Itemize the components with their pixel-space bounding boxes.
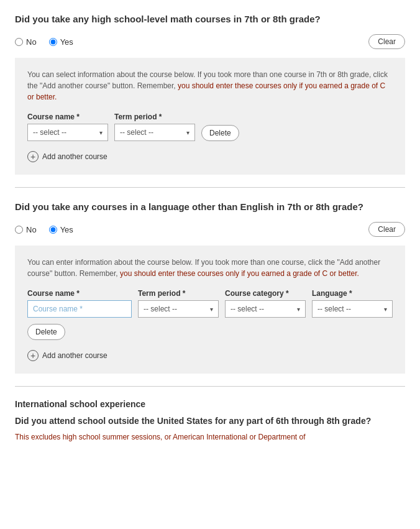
math-course-name-select-wrapper[interactable]: -- select -- ▾ (27, 124, 108, 141)
language-yes-label[interactable]: Yes (49, 225, 73, 234)
math-radio-clear-row: No Yes Clear (15, 34, 405, 49)
international-title: International school experience (15, 399, 405, 409)
language-language-chevron-icon: ▾ (384, 306, 387, 313)
section-math-courses: Did you take any high school-level math … (0, 0, 420, 187)
international-question: Did you attend school outside the United… (15, 415, 405, 428)
language-info-highlight: you should enter these courses only if y… (120, 269, 359, 278)
language-term-period-chevron-icon: ▾ (210, 306, 213, 313)
language-language-group: Language * -- select -- ▾ (312, 289, 393, 318)
language-radio-group: No Yes (15, 225, 73, 234)
language-course-category-label: Course category * (225, 289, 306, 298)
international-note: This excludes high school summer session… (15, 431, 405, 443)
language-yes-radio[interactable] (49, 226, 57, 234)
section-language-courses: Did you take any courses in a language o… (0, 188, 420, 386)
language-language-select[interactable]: -- select -- (317, 305, 381, 313)
math-yes-radio[interactable] (49, 38, 57, 46)
language-add-course-label: Add another course (42, 351, 107, 360)
language-info-text: You can enter information about the cour… (27, 257, 393, 279)
language-clear-button[interactable]: Clear (368, 222, 405, 237)
language-language-label: Language * (312, 289, 393, 298)
math-term-period-chevron-icon: ▾ (186, 129, 189, 136)
math-fields-row: Course name * -- select -- ▾ Term period… (27, 113, 393, 141)
math-question-title: Did you take any high school-level math … (15, 12, 405, 25)
math-course-name-group: Course name * -- select -- ▾ (27, 113, 108, 141)
language-add-course-plus-icon: + (27, 350, 39, 361)
math-add-course-label: Add another course (42, 152, 107, 161)
language-course-name-input[interactable] (27, 300, 132, 318)
language-course-name-label: Course name * (27, 289, 132, 298)
math-delete-button[interactable]: Delete (201, 125, 239, 141)
language-question-title: Did you take any courses in a language o… (15, 200, 405, 213)
math-info-text: You can select information about the cou… (27, 69, 393, 103)
language-course-category-group: Course category * -- select -- ▾ (225, 289, 306, 318)
math-add-course-plus-icon: + (27, 151, 39, 162)
math-info-box: You can select information about the cou… (15, 58, 405, 175)
language-fields-row: Course name * Term period * -- select --… (27, 289, 393, 340)
math-no-label[interactable]: No (15, 37, 37, 47)
math-clear-button[interactable]: Clear (368, 34, 405, 49)
language-course-category-select[interactable]: -- select -- (231, 305, 294, 313)
language-add-course-row: + Add another course (27, 350, 393, 361)
language-no-radio[interactable] (15, 226, 23, 234)
language-term-period-group: Term period * -- select -- ▾ (138, 289, 219, 318)
math-course-name-chevron-icon: ▾ (99, 129, 103, 136)
language-delete-button[interactable]: Delete (27, 324, 65, 340)
math-term-period-group: Term period * -- select -- ▾ (114, 113, 195, 141)
math-term-period-label: Term period * (114, 113, 195, 121)
math-radio-group: No Yes (15, 37, 73, 47)
math-term-period-select[interactable]: -- select -- (120, 128, 184, 137)
language-course-category-chevron-icon: ▾ (297, 306, 300, 313)
math-add-course-button[interactable]: + Add another course (27, 151, 107, 162)
math-term-period-select-wrapper[interactable]: -- select -- ▾ (114, 124, 195, 141)
math-course-name-label: Course name * (27, 113, 108, 121)
language-no-label[interactable]: No (15, 225, 37, 234)
language-radio-clear-row: No Yes Clear (15, 222, 405, 237)
section-international: International school experience Did you … (0, 387, 420, 455)
language-course-name-group: Course name * (27, 289, 132, 318)
math-course-name-select[interactable]: -- select -- (33, 128, 97, 137)
math-add-course-row: + Add another course (27, 151, 393, 162)
math-yes-label[interactable]: Yes (49, 37, 73, 47)
language-term-period-label: Term period * (138, 289, 219, 298)
language-term-period-select[interactable]: -- select -- (144, 305, 208, 313)
language-language-select-wrapper[interactable]: -- select -- ▾ (312, 300, 393, 318)
math-info-highlight: you should enter these courses only if y… (27, 81, 385, 101)
language-info-box: You can enter information about the cour… (15, 246, 405, 374)
math-no-radio[interactable] (15, 38, 23, 46)
language-add-course-button[interactable]: + Add another course (27, 350, 107, 361)
language-term-period-select-wrapper[interactable]: -- select -- ▾ (138, 300, 219, 318)
language-course-category-select-wrapper[interactable]: -- select -- ▾ (225, 300, 306, 318)
